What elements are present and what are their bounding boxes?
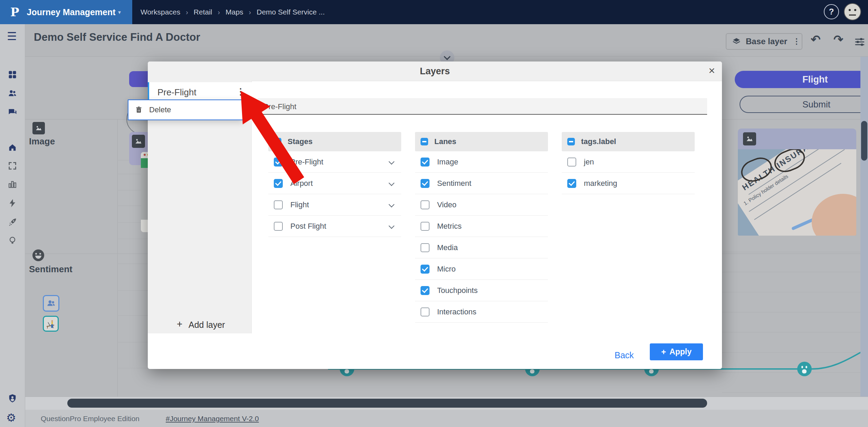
desk-illustration <box>45 318 56 329</box>
sidebar-item-expand[interactable] <box>8 161 17 171</box>
chevron-down-icon[interactable] <box>389 202 395 208</box>
row-label: Post Flight <box>290 222 326 231</box>
row-label: Metrics <box>437 222 462 231</box>
layer-option-row: jen <box>562 151 695 173</box>
product-switcher[interactable]: P Journey Management ▾ <box>0 0 132 24</box>
annotation-arrow <box>221 83 318 190</box>
redo-button[interactable]: ↷ <box>833 32 843 46</box>
row-label: Video <box>437 200 456 209</box>
column-header-label: Lanes <box>434 137 456 146</box>
row-checkbox[interactable] <box>274 200 283 209</box>
layer-option-row: Media <box>415 237 548 258</box>
persona-thumbnail[interactable] <box>43 295 59 312</box>
add-layer-button[interactable]: + Add layer <box>148 318 252 332</box>
lane-divider <box>117 119 118 397</box>
row-label: Micro <box>437 265 456 274</box>
health-insurance-photo[interactable]: HEALTH INSURANCE CLAIM FOR 1. Policy hol… <box>738 149 856 236</box>
vertical-scrollbar-thumb[interactable] <box>861 121 867 161</box>
grid-row-line <box>117 290 149 291</box>
sidebar-item-actions[interactable] <box>8 198 17 208</box>
row-label: jen <box>584 158 594 167</box>
grid-row-line <box>117 264 149 264</box>
row-checkbox[interactable] <box>421 307 430 316</box>
sidebar-item-home[interactable] <box>8 143 17 152</box>
row-checkbox[interactable] <box>421 286 430 295</box>
chevron-down-icon[interactable] <box>389 223 395 229</box>
version-link[interactable]: #Journey Management V-2.0 <box>166 415 259 423</box>
delete-menu-item[interactable]: Delete <box>149 105 171 114</box>
sentiment-lane-icon <box>32 249 44 261</box>
row-label: Image <box>437 158 458 167</box>
footer: QuestionPro Employee Edition #Journey Ma… <box>0 410 868 427</box>
select-all-checkbox[interactable] <box>567 138 575 145</box>
horizontal-scrollbar-thumb[interactable] <box>67 399 707 408</box>
sidebar-item-comments[interactable] <box>8 107 17 117</box>
row-label: Touchpoints <box>437 286 478 295</box>
row-checkbox[interactable] <box>421 222 430 231</box>
grid-row-line <box>117 239 149 239</box>
row-checkbox[interactable] <box>274 222 283 231</box>
row-checkbox[interactable] <box>421 158 430 167</box>
submit-button[interactable]: Submit <box>740 96 868 113</box>
grid-row-line <box>117 368 149 368</box>
sentiment-emoji-marker[interactable] <box>797 362 812 376</box>
layer-option-row: Video <box>415 194 548 216</box>
sidebar-item-users[interactable] <box>8 88 17 98</box>
breadcrumb-workspaces[interactable]: Workspaces <box>141 8 180 16</box>
breadcrumb: Workspaces › Retail › Maps › Demo Self S… <box>141 0 325 24</box>
chevron-down-icon[interactable] <box>389 159 395 165</box>
column-header-tags: tags.label <box>562 132 695 151</box>
layer-option-row: Sentiment <box>415 173 548 194</box>
app-screen: Image Sentiment Flight Submit <box>0 0 868 427</box>
vertical-scrollbar-track[interactable] <box>860 56 868 397</box>
plus-icon: + <box>177 319 182 330</box>
users-icon <box>46 298 56 309</box>
back-link[interactable]: Back <box>615 350 634 360</box>
stage-button-flight[interactable]: Flight <box>735 71 868 88</box>
kebab-icon[interactable]: ⋮ <box>793 37 800 46</box>
layer-column-tags: tags.labeljenmarketing <box>562 132 695 323</box>
lane-label-sentiment: Sentiment <box>29 264 73 275</box>
select-all-checkbox[interactable] <box>421 138 428 145</box>
sidebar-item-account[interactable] <box>8 393 17 403</box>
base-layer-button[interactable]: Base layer ⋮ <box>726 33 802 50</box>
apply-button[interactable]: + Apply <box>650 343 703 360</box>
stage-pill-fragment[interactable] <box>129 71 148 87</box>
close-icon[interactable]: × <box>708 64 715 77</box>
layer-name-input[interactable]: Pre-Flight <box>258 98 707 115</box>
grid-row-line <box>722 252 868 252</box>
hamburger-menu-icon[interactable]: ☰ <box>7 30 17 43</box>
row-checkbox[interactable] <box>421 179 430 188</box>
row-label: Flight <box>290 200 309 209</box>
page-title: Demo Self Service Find A Doctor <box>34 31 200 44</box>
row-checkbox[interactable] <box>421 243 430 252</box>
sidebar-item-ideas[interactable] <box>8 236 17 245</box>
undo-button[interactable]: ↶ <box>811 32 821 46</box>
plus-icon: + <box>661 347 666 357</box>
top-bar: P Journey Management ▾ Workspaces › Reta… <box>0 0 868 24</box>
lane-label-image: Image <box>29 136 55 147</box>
row-label: Interactions <box>437 307 476 316</box>
sidebar-item-dashboard[interactable] <box>8 70 17 79</box>
trash-icon <box>135 106 143 114</box>
layer-option-row: Post Flight <box>268 216 401 237</box>
questionpro-logo: P <box>10 5 19 19</box>
row-checkbox[interactable] <box>567 179 576 188</box>
help-button[interactable]: ? <box>824 4 839 19</box>
layer-column-lanes: LanesImageSentimentVideoMetricsMediaMicr… <box>415 132 548 323</box>
settings-sliders-icon[interactable] <box>854 36 865 47</box>
breadcrumb-maps[interactable]: Maps <box>225 8 243 16</box>
grid-row-line <box>722 392 868 393</box>
avatar[interactable] <box>844 3 861 20</box>
row-checkbox[interactable] <box>567 158 576 167</box>
sidebar-item-analytics[interactable] <box>8 180 17 189</box>
row-checkbox[interactable] <box>421 200 430 209</box>
image-card-header <box>738 129 856 149</box>
grid-row-line <box>722 272 868 272</box>
row-checkbox[interactable] <box>421 265 430 274</box>
sidebar-item-settings[interactable]: ⚙ <box>6 411 16 424</box>
sidebar-item-launch[interactable] <box>8 217 17 227</box>
breadcrumb-retail[interactable]: Retail <box>194 8 212 16</box>
illustration-thumbnail[interactable] <box>43 316 59 332</box>
chevron-down-icon[interactable] <box>389 180 395 186</box>
